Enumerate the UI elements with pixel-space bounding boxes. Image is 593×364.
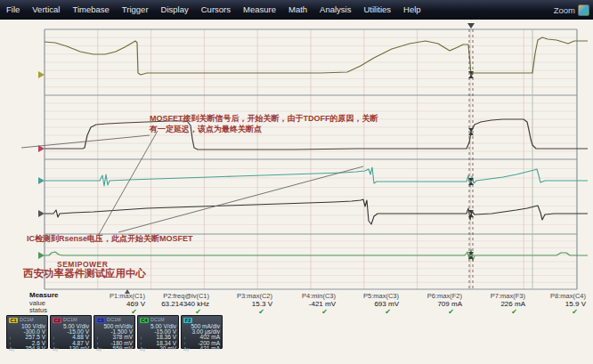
annotation-center-name: 西安功率器件测试应用中心 [23, 268, 146, 279]
menu-item-vertical[interactable]: Vertical [26, 0, 66, 20]
delta-marker: Δy [96, 346, 102, 352]
channel-box-c2[interactable]: C2DC1M 5.00 V/div -15.00 V ↓4.88 V ↑4.87… [50, 315, 92, 349]
measure-p1[interactable]: P1:max(C1) 469 V ✔ [76, 292, 145, 316]
menu-item-utilities[interactable]: Utilities [357, 0, 397, 20]
delta-marker: Δy [53, 346, 58, 352]
measure-p6[interactable]: P6:max(F2) 709 mA ✔ [393, 292, 462, 316]
menu-item-display[interactable]: Display [155, 0, 195, 20]
measure-p7[interactable]: P7:max(F3) 226 mA ✔ [456, 292, 525, 316]
menu-item-help[interactable]: Help [397, 0, 427, 20]
measure-p4[interactable]: P4:min(C3) -421 mV ✔ [266, 292, 336, 316]
delta-marker: Δy [140, 346, 145, 352]
menu-item-cursors[interactable]: Cursors [195, 0, 237, 20]
c1-color-chip: C1 [9, 318, 18, 323]
menu-item-timebase[interactable]: Timebase [66, 0, 115, 20]
channel-descriptor-row: C1DC1M 100 V/div -300.0 V ↓257.5 V ↑2.6 … [6, 315, 223, 349]
measure-row-labels: Measure value status [29, 292, 58, 315]
menu-bar: File Vertical Timebase Trigger Display C… [0, 0, 593, 20]
p7-status-check: ✔ [456, 308, 525, 316]
channel-box-c1[interactable]: C1DC1M 100 V/div -300.0 V ↓257.5 V ↑2.6 … [6, 315, 48, 349]
zoom-icon [578, 4, 589, 16]
measure-p3[interactable]: P3:max(C2) 15.3 V ✔ [203, 292, 272, 316]
zoom-label: Zoom [554, 5, 575, 15]
menu-item-file[interactable]: File [0, 0, 26, 20]
measure-panel: Measure value status P1:max(C1) 469 V ✔ … [0, 292, 593, 315]
annotation-ic-detect: IC检测到Rsense电压，此点开始关断MOSFET [27, 233, 193, 244]
delta-marker: Δy [183, 346, 189, 352]
menu-item-trigger[interactable]: Trigger [116, 0, 155, 20]
c4-color-chip: C4 [140, 318, 149, 323]
zoom-control[interactable]: Zoom [554, 4, 593, 16]
channel-box-c3[interactable]: C3DC1M 500 mV/div -1.500 V ↓378 mV ↑-180… [93, 315, 135, 349]
menu-item-measure[interactable]: Measure [237, 0, 282, 20]
delta-marker: Δy [9, 346, 14, 352]
p6-status-check: ✔ [393, 308, 462, 316]
p5-status-check: ✔ [329, 308, 399, 316]
c3-color-chip: C3 [96, 318, 105, 323]
p8-status-check: ✔ [516, 308, 586, 316]
channel-box-c4[interactable]: C4DC1M 5.00 V/div -15.00 V ↓18.36 V ↑18.… [137, 315, 179, 349]
p4-status-check: ✔ [266, 308, 336, 316]
waveform-display[interactable] [0, 20, 593, 295]
annotation-mosfet-turnoff: MOSFET接到关断信号后，开始关断，由于TDOFF的原因，关断 有一定延迟，该… [150, 113, 378, 134]
menu-item-math[interactable]: Math [282, 0, 313, 20]
measure-p2[interactable]: P2:freq@lv(C1) 63.214340 kHz ✔ [140, 292, 209, 316]
f2-color-chip: F2 [183, 318, 192, 323]
measure-p5[interactable]: P5:max(C3) 693 mV ✔ [329, 292, 399, 316]
measure-p8[interactable]: P8:max(C4) 15.9 V ✔ [516, 292, 586, 316]
channel-box-f2[interactable]: F2 500 mA/div 3.00 μs/div ↓402 mA ↑-200 … [181, 315, 223, 349]
c2-color-chip: C2 [53, 318, 61, 323]
oscilloscope-window: File Vertical Timebase Trigger Display C… [0, 0, 593, 364]
menu-item-analysis[interactable]: Analysis [313, 0, 357, 20]
